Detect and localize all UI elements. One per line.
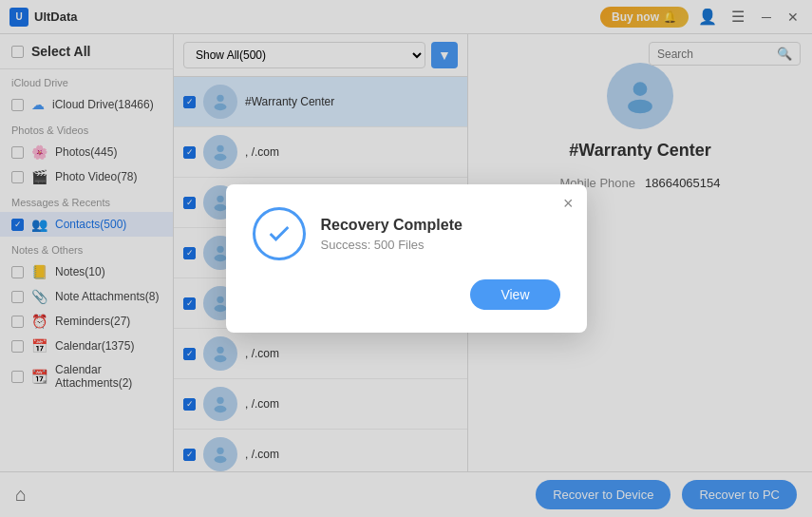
modal-body: Recovery Complete Success: 500 Files — [253, 207, 560, 260]
success-icon-circle — [253, 207, 306, 260]
recovery-modal: × Recovery Complete Success: 500 Files V… — [226, 184, 587, 333]
modal-overlay: × Recovery Complete Success: 500 Files V… — [0, 0, 812, 517]
modal-message: Success: 500 Files — [321, 238, 463, 252]
view-button[interactable]: View — [470, 279, 559, 310]
modal-title: Recovery Complete — [321, 217, 463, 234]
modal-footer: View — [253, 279, 560, 310]
modal-close-button[interactable]: × — [563, 194, 574, 214]
modal-text: Recovery Complete Success: 500 Files — [321, 217, 463, 252]
